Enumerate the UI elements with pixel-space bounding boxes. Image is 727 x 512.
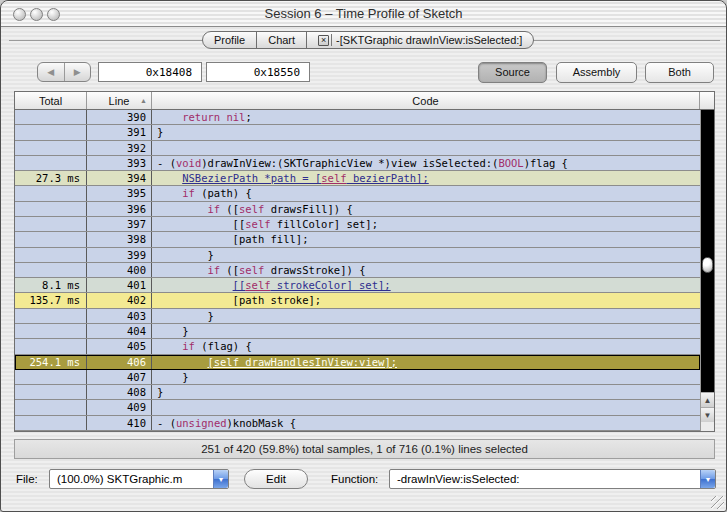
cell-total: 27.3 ms xyxy=(15,171,87,185)
cell-code: } xyxy=(152,248,700,262)
scroll-up-icon[interactable]: ▲ xyxy=(701,392,714,407)
cell-line-number: 403 xyxy=(87,309,152,323)
tab-code-browser[interactable]: × -[SKTGraphic drawInView:isSelected:] xyxy=(307,32,533,48)
cell-code: } xyxy=(152,385,700,399)
cell-line-number: 397 xyxy=(87,217,152,231)
cell-total xyxy=(15,141,87,155)
cell-line-number: 401 xyxy=(87,278,152,292)
table-row-line-394[interactable]: 27.3 ms394NSBezierPath *path = [self bez… xyxy=(15,171,700,186)
cell-total xyxy=(15,309,87,323)
cell-code: return nil; xyxy=(152,110,700,124)
cell-code: if ([self drawsStroke]) { xyxy=(152,263,700,277)
column-header-total[interactable]: Total xyxy=(15,92,87,109)
cell-total xyxy=(15,416,87,430)
cell-code: [[self strokeColor] set]; xyxy=(152,278,700,292)
file-label: File: xyxy=(16,473,38,485)
vertical-scrollbar[interactable]: ▲ ▼ xyxy=(700,110,714,431)
file-popup-arrow-icon: ▼ xyxy=(213,470,228,488)
cell-line-number: 399 xyxy=(87,248,152,262)
table-row-line-407[interactable]: 407} xyxy=(15,370,700,385)
table-row-line-399[interactable]: 399} xyxy=(15,248,700,263)
tab-profile[interactable]: Profile xyxy=(203,32,257,48)
title-bar: Session 6 – Time Profile of Sketch xyxy=(1,1,726,27)
table-row-line-397[interactable]: 397[[self fillColor] set]; xyxy=(15,217,700,232)
cell-total xyxy=(15,186,87,200)
back-arrow-icon[interactable]: ◀ xyxy=(38,63,65,81)
cell-line-number: 406 xyxy=(87,355,152,369)
cell-total: 254.1 ms xyxy=(15,355,87,369)
table-row-line-396[interactable]: 396if ([self drawsFill]) { xyxy=(15,202,700,217)
table-row-line-410[interactable]: 410- (unsigned)knobMask { xyxy=(15,416,700,431)
status-bar: 251 of 420 (59.8%) total samples, 1 of 7… xyxy=(14,439,715,459)
cell-code: NSBezierPath *path = [self bezierPath]; xyxy=(152,171,700,185)
column-header-line-label: Line xyxy=(109,95,130,107)
cell-code: } xyxy=(152,125,700,139)
cell-code: } xyxy=(152,370,700,384)
column-header-code[interactable]: Code xyxy=(152,92,700,109)
table-row-line-393[interactable]: 393- (void)drawInView:(SKTGraphicView *)… xyxy=(15,156,700,171)
cell-line-number: 404 xyxy=(87,324,152,338)
address-start-field[interactable] xyxy=(98,62,202,82)
resize-grip[interactable] xyxy=(711,496,724,509)
scrollbar-pad xyxy=(701,422,714,431)
table-row-line-409[interactable]: 409 xyxy=(15,400,700,415)
assembly-button[interactable]: Assembly xyxy=(556,62,637,83)
address-end-field[interactable] xyxy=(206,62,310,82)
tab-chart[interactable]: Chart xyxy=(257,32,307,48)
cell-total xyxy=(15,248,87,262)
table-row-line-406[interactable]: 254.1 ms406[self drawHandlesInView:view]… xyxy=(15,355,700,370)
scroll-down-icon[interactable]: ▼ xyxy=(701,407,714,422)
table-row-line-400[interactable]: 400if ([self drawsStroke]) { xyxy=(15,263,700,278)
cell-line-number: 400 xyxy=(87,263,152,277)
cell-line-number: 398 xyxy=(87,232,152,246)
cell-total xyxy=(15,217,87,231)
cell-line-number: 405 xyxy=(87,339,152,353)
cell-total xyxy=(15,339,87,353)
table-row-line-403[interactable]: 403} xyxy=(15,309,700,324)
table-row-line-395[interactable]: 395if (path) { xyxy=(15,186,700,201)
table-row-line-404[interactable]: 404} xyxy=(15,324,700,339)
cell-total xyxy=(15,156,87,170)
edit-button[interactable]: Edit xyxy=(244,469,308,489)
column-header-line[interactable]: Line ▲ xyxy=(87,92,152,109)
cell-code: - (unsigned)knobMask { xyxy=(152,416,700,430)
app-window: Session 6 – Time Profile of Sketch Profi… xyxy=(0,0,727,512)
cell-code: } xyxy=(152,324,700,338)
cell-code: [path fill]; xyxy=(152,232,700,246)
function-popup-value: -drawInView:isSelected: xyxy=(390,473,700,485)
cell-code: - (void)drawInView:(SKTGraphicView *)vie… xyxy=(152,156,700,170)
cell-line-number: 410 xyxy=(87,416,152,430)
table-row-line-408[interactable]: 408} xyxy=(15,385,700,400)
file-popup[interactable]: (100.0%) SKTGraphic.m ▼ xyxy=(49,469,229,489)
scrollbar-track[interactable] xyxy=(701,110,714,392)
table-row-line-402[interactable]: 135.7 ms402[path stroke]; xyxy=(15,293,700,308)
cell-code: if ([self drawsFill]) { xyxy=(152,202,700,216)
tab-code-browser-label: -[SKTGraphic drawInView:isSelected:] xyxy=(336,34,522,46)
tab-bar: Profile Chart × -[SKTGraphic drawInView:… xyxy=(202,31,534,49)
table-row-line-392[interactable]: 392 xyxy=(15,141,700,156)
table-rows: 390return nil;391}392393- (void)drawInVi… xyxy=(15,110,700,431)
table-row-line-401[interactable]: 8.1 ms401[[self strokeColor] set]; xyxy=(15,278,700,293)
cell-total xyxy=(15,400,87,414)
function-popup[interactable]: -drawInView:isSelected: ▼ xyxy=(389,469,716,489)
both-button[interactable]: Both xyxy=(645,62,714,83)
cell-code xyxy=(152,400,700,414)
cell-code: [self drawHandlesInView:view]; xyxy=(152,355,700,369)
cell-total: 135.7 ms xyxy=(15,293,87,307)
cell-code: [[self fillColor] set]; xyxy=(152,217,700,231)
table-row-line-391[interactable]: 391} xyxy=(15,125,700,140)
cell-code xyxy=(152,141,700,155)
history-nav-control: ◀ ▶ xyxy=(37,62,91,82)
cell-total xyxy=(15,370,87,384)
profile-source-table: Total Line ▲ Code 390return nil;391}3923… xyxy=(14,91,715,432)
source-button[interactable]: Source xyxy=(478,62,547,83)
cell-line-number: 395 xyxy=(87,186,152,200)
cell-total xyxy=(15,202,87,216)
table-row-line-390[interactable]: 390return nil; xyxy=(15,110,700,125)
tab-close-icon[interactable]: × xyxy=(318,35,329,46)
table-row-line-405[interactable]: 405if (flag) { xyxy=(15,339,700,354)
forward-arrow-icon[interactable]: ▶ xyxy=(65,63,91,81)
cell-line-number: 407 xyxy=(87,370,152,384)
table-row-line-398[interactable]: 398[path fill]; xyxy=(15,232,700,247)
scrollbar-thumb[interactable] xyxy=(702,257,713,273)
